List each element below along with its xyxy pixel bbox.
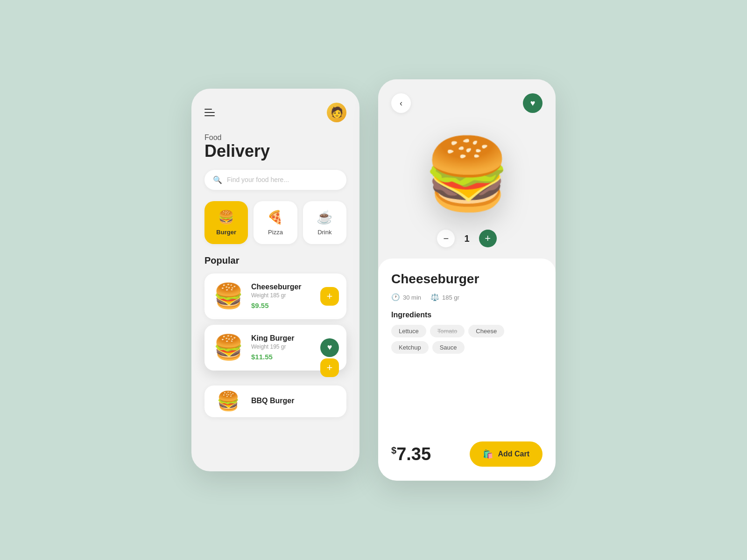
ingredient-sauce[interactable]: Sauce [432, 341, 465, 354]
burger-hero-image: 🍔 [423, 139, 511, 209]
drink-label: Drink [317, 229, 331, 236]
meta-time: 🕐 30 min [391, 293, 421, 301]
left-phone: 🧑 Food Delivery 🔍 Find your food here...… [191, 89, 359, 471]
ingredients-title: Ingredients [391, 311, 543, 319]
add-cart-button[interactable]: 🛍️ Add Cart [470, 441, 543, 467]
cheeseburger-weight: Weight 185 gr [251, 292, 314, 299]
add-cheeseburger-button[interactable]: + [320, 287, 339, 306]
food-list: 🍔 Cheeseburger Weight 185 gr $9.55 + 🍔 K… [204, 273, 346, 423]
bbq-burger-info: BBQ Burger [251, 397, 339, 406]
popular-title: Popular [204, 255, 346, 266]
detail-bottom: Cheeseburger 🕐 30 min ⚖️ 185 gr Ingredie… [378, 259, 556, 481]
back-button[interactable]: ‹ [391, 93, 411, 113]
search-bar[interactable]: 🔍 Find your food here... [204, 170, 346, 190]
category-drink[interactable]: ☕ Drink [303, 201, 346, 244]
detail-top: ‹ ♥ 🍔 − 1 + [378, 79, 556, 259]
detail-footer: $7.35 🛍️ Add Cart [391, 441, 543, 467]
bbq-burger-card[interactable]: 🍔 BBQ Burger [204, 385, 346, 417]
add-cart-label: Add Cart [498, 450, 529, 458]
weight-icon: ⚖️ [430, 293, 439, 301]
cart-icon: 🛍️ [483, 449, 493, 459]
ingredient-cheese[interactable]: Cheese [468, 325, 504, 337]
cheeseburger-image: 🍔 [212, 280, 245, 313]
cheeseburger-name: Cheeseburger [251, 283, 314, 291]
detail-meta: 🕐 30 min ⚖️ 185 gr [391, 293, 543, 301]
ingredient-lettuce[interactable]: Lettuce [391, 325, 426, 337]
title-food: Food [204, 133, 346, 142]
favorite-button[interactable]: ♥ [523, 93, 543, 113]
burger-display: 🍔 [391, 122, 543, 225]
bbq-burger-image: 🍔 [212, 385, 245, 417]
clock-icon: 🕐 [391, 293, 400, 301]
add-king-burger-button[interactable]: + [320, 358, 339, 377]
burger-icon: 🍔 [218, 210, 234, 225]
title-section: Food Delivery [204, 133, 346, 161]
favorite-king-burger-button[interactable]: ♥ [320, 338, 339, 357]
quantity-plus-button[interactable]: + [479, 230, 497, 247]
quantity-value: 1 [464, 233, 469, 244]
burger-label: Burger [216, 229, 236, 236]
search-icon: 🔍 [213, 175, 222, 184]
meta-weight: ⚖️ 185 gr [430, 293, 459, 301]
left-header: 🧑 [204, 103, 346, 122]
pizza-icon: 🍕 [267, 210, 283, 225]
categories: 🍔 Burger 🍕 Pizza ☕ Drink [204, 201, 346, 244]
title-delivery: Delivery [204, 142, 346, 161]
drink-icon: ☕ [317, 210, 333, 225]
menu-icon[interactable] [204, 109, 215, 116]
bbq-burger-name: BBQ Burger [251, 397, 339, 405]
weight-value: 185 gr [442, 294, 459, 301]
detail-item-name: Cheeseburger [391, 272, 543, 287]
category-burger[interactable]: 🍔 Burger [204, 201, 248, 244]
detail-price: $7.35 [391, 444, 431, 464]
right-phone: ‹ ♥ 🍔 − 1 + Cheeseburger 🕐 30 min ⚖️ 185… [378, 79, 556, 481]
king-burger-price: $11.55 [251, 353, 314, 361]
food-card-cheeseburger[interactable]: 🍔 Cheeseburger Weight 185 gr $9.55 + [204, 273, 346, 319]
search-placeholder: Find your food here... [227, 176, 289, 183]
ingredients-list: Lettuce Tomato Cheese Ketchup Sauce [391, 325, 543, 354]
king-burger-image: 🍔 [212, 331, 245, 364]
food-card-king-burger[interactable]: 🍔 King Burger Weight 195 gr $11.55 ♥ + [204, 325, 346, 371]
king-burger-info: King Burger Weight 195 gr $11.55 [251, 334, 314, 361]
cheeseburger-price: $9.55 [251, 301, 314, 309]
ingredient-tomato[interactable]: Tomato [430, 325, 465, 337]
cheeseburger-info: Cheeseburger Weight 185 gr $9.55 [251, 283, 314, 309]
food-card-bbq: 🍔 BBQ Burger [204, 385, 346, 423]
avatar[interactable]: 🧑 [327, 103, 346, 122]
quantity-control: − 1 + [391, 230, 543, 259]
category-pizza[interactable]: 🍕 Pizza [254, 201, 297, 244]
detail-nav: ‹ ♥ [391, 93, 543, 113]
king-burger-weight: Weight 195 gr [251, 343, 314, 350]
ingredient-ketchup[interactable]: Ketchup [391, 341, 429, 354]
king-burger-name: King Burger [251, 334, 314, 343]
pizza-label: Pizza [268, 229, 283, 236]
time-value: 30 min [403, 294, 421, 301]
quantity-minus-button[interactable]: − [437, 230, 455, 247]
